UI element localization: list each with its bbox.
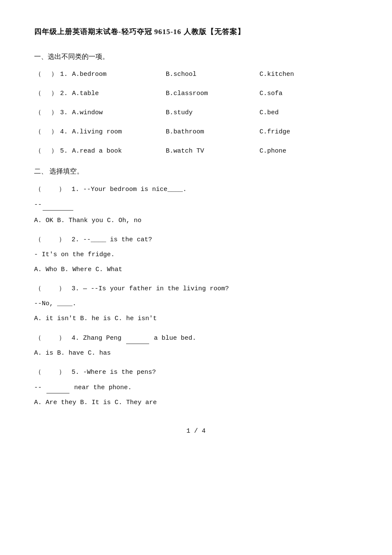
s2-question-1: （ ） 1. --Your bedroom is nice____. -- A.… (34, 184, 358, 226)
section2-header: 二、 选择填空。 (34, 165, 358, 178)
s1-question-4: （ ） 4. A.living room B.bathroom C.fridge (34, 126, 358, 138)
section1-header: 一、选出不同类的一项。 (34, 51, 358, 63)
s1-question-5: （ ） 5. A.read a book B.watch TV C.phone (34, 145, 358, 157)
paren-open: （ (34, 69, 42, 80)
s2-question-2: （ ） 2. --____ is the cat? - It's on the … (34, 234, 358, 275)
page-title: 四年级上册英语期末试卷-轻巧夺冠 9615-16 人教版【无答案】 (34, 26, 358, 39)
s1-question-3: （ ） 3. A.window B.study C.bed (34, 107, 358, 119)
section1-questions: （ ） 1. A.bedroom B.school C.kitchen （ ） … (34, 69, 358, 157)
s2-question-4: （ ） 4. Zhang Peng a blue bed. A. is B. h… (34, 332, 358, 359)
s2-question-3: （ ） 3. — --Is your father in the living … (34, 283, 358, 324)
page-footer: 1 / 4 (34, 425, 358, 437)
s1-question-1: （ ） 1. A.bedroom B.school C.kitchen (34, 69, 358, 80)
s1-question-2: （ ） 2. A.table B.classroom C.sofa (34, 88, 358, 99)
s2-question-5: （ ） 5. -Where is the pens? -- near the p… (34, 367, 358, 408)
